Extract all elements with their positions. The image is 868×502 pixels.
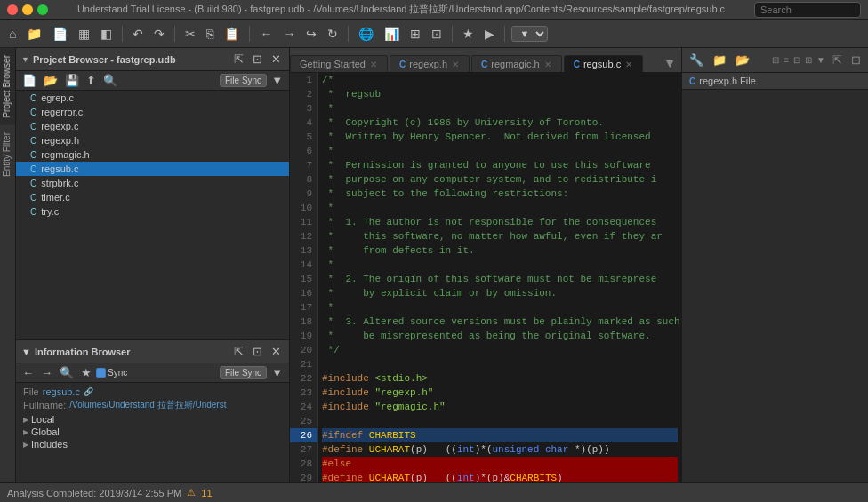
code-line-25: [322, 414, 678, 428]
line-num-17: 17: [290, 300, 317, 315]
file-item-regmagic[interactable]: C regmagic.h: [16, 147, 289, 162]
code-area[interactable]: /* * regsub * * Copyright (c) 1986 by Un…: [318, 73, 681, 482]
ib-section-global[interactable]: ▶ Global: [23, 426, 282, 438]
toolbar-btn-home[interactable]: ⌂: [5, 25, 20, 43]
ib-maximize-btn[interactable]: ⊡: [250, 344, 265, 359]
tab-close-regmagic-h[interactable]: ✕: [543, 60, 552, 69]
maximize-button[interactable]: [37, 4, 48, 15]
toolbar-btn-cut[interactable]: ✂: [181, 25, 199, 43]
ib-collapse-icon[interactable]: ▼: [21, 347, 31, 357]
toolbar-btn-copy[interactable]: ⎘: [203, 25, 217, 43]
file-name: regerror.c: [41, 107, 83, 117]
pb-new-btn[interactable]: 📄: [20, 73, 39, 88]
warning-count[interactable]: 11: [201, 488, 212, 498]
rp-btn-folder[interactable]: 📁: [709, 52, 730, 68]
pb-save-btn[interactable]: 💾: [62, 73, 82, 88]
rp-btn-folder2[interactable]: 📂: [732, 52, 753, 68]
pb-collapse-icon[interactable]: ▼: [21, 55, 29, 64]
tab-regmagic-h[interactable]: C regmagic.h ✕: [471, 55, 562, 72]
pb-up-btn[interactable]: ⬆: [84, 73, 99, 88]
toolbar-btn-web[interactable]: 🌐: [355, 25, 377, 43]
toolbar-btn-window[interactable]: ⊞: [406, 25, 424, 43]
tab-regsub-c[interactable]: C regsub.c ✕: [564, 55, 643, 72]
file-item-regerror[interactable]: C regerror.c: [16, 105, 289, 119]
toolbar-btn-play[interactable]: ▶: [481, 25, 498, 43]
rp-dropdown-btn[interactable]: ▼: [815, 54, 827, 66]
close-button[interactable]: [7, 4, 18, 15]
rp-maximize-btn[interactable]: ⊡: [848, 52, 864, 68]
sync-checkbox[interactable]: [96, 368, 106, 378]
pb-close-btn[interactable]: ✕: [269, 52, 284, 67]
minimize-button[interactable]: [22, 4, 33, 15]
toolbar-btn-forward[interactable]: →: [279, 25, 299, 43]
ib-file-value[interactable]: regsub.c: [43, 386, 80, 397]
rp-view-btn-2[interactable]: ≡: [782, 54, 791, 66]
tab-regexp-h[interactable]: C regexp.h ✕: [390, 55, 470, 72]
tab-close-regsub-c[interactable]: ✕: [624, 60, 633, 69]
ib-undock-btn[interactable]: ⇱: [231, 344, 246, 359]
tab-close-getting-started[interactable]: ✕: [369, 60, 378, 69]
line-num-7: 7: [290, 158, 317, 172]
code-editor[interactable]: 1 2 3 4 5 6 7 8 9 10 11 12 13 14 15 16 1…: [290, 73, 681, 482]
file-item-timer[interactable]: C timer.c: [16, 190, 289, 204]
project-browser: ▼ Project Browser - fastgrep.udb ⇱ ⊡ ✕ 📄…: [16, 48, 289, 340]
ib-section-includes[interactable]: ▶ Includes: [23, 438, 282, 450]
vtab-entity-filter[interactable]: Entity Filter: [0, 125, 15, 184]
pb-menu-btn[interactable]: ▼: [269, 73, 285, 88]
pb-toolbar: 📄 📂 💾 ⬆ 🔍 File Sync ▼: [16, 71, 289, 91]
file-item-try[interactable]: C try.c: [16, 204, 289, 219]
ib-close-btn[interactable]: ✕: [269, 344, 284, 359]
toolbar-btn-undo[interactable]: ↶: [129, 25, 147, 43]
tab-getting-started[interactable]: Getting Started ✕: [290, 55, 388, 72]
pb-maximize-btn[interactable]: ⊡: [250, 52, 265, 67]
window-title: Understand Trial License - (Build 980) -…: [53, 3, 749, 16]
file-icon: C: [30, 164, 36, 174]
toolbar-btn-split[interactable]: ◧: [97, 25, 116, 43]
toolbar-btn-view[interactable]: ▦: [75, 25, 93, 43]
ib-forward-btn[interactable]: →: [38, 365, 55, 380]
toolbar-btn-proj[interactable]: 📁: [23, 25, 45, 43]
tab-close-regexp-h[interactable]: ✕: [451, 60, 460, 69]
toolbar-btn-files[interactable]: 📄: [49, 25, 71, 43]
line-num-19: 19: [290, 329, 317, 343]
ib-filesync-btn[interactable]: File Sync: [220, 366, 267, 379]
toolbar-btn-redo[interactable]: ↷: [150, 25, 168, 43]
file-item-regsub[interactable]: C regsub.c: [16, 162, 289, 176]
rp-view-btn-1[interactable]: ⊞: [770, 54, 781, 66]
pb-undock-btn[interactable]: ⇱: [231, 52, 246, 67]
pb-open-btn[interactable]: 📂: [41, 73, 60, 88]
rp-view-btn-4[interactable]: ⊞: [803, 54, 814, 66]
toolbar-btn-back[interactable]: ←: [256, 25, 276, 43]
ib-menu-btn[interactable]: ▼: [269, 365, 285, 380]
file-item-strpbrk[interactable]: C strpbrk.c: [16, 176, 289, 190]
ib-star-btn[interactable]: ★: [78, 365, 94, 380]
ib-search-btn[interactable]: 🔍: [57, 365, 76, 380]
ib-back-btn[interactable]: ←: [20, 365, 36, 380]
toolbar-btn-paste[interactable]: 📋: [221, 25, 243, 43]
rp-undock-btn[interactable]: ⇱: [829, 52, 846, 68]
rp-view-btn-3[interactable]: ⊟: [792, 54, 802, 66]
code-line-4: * Copyright (c) 1986 by University of To…: [322, 116, 678, 130]
rp-file-label: regexp.h File: [699, 76, 756, 86]
file-item-regexp-c[interactable]: C regexp.c: [16, 119, 289, 133]
toolbar-btn-star[interactable]: ★: [459, 25, 478, 43]
file-icon: C: [30, 108, 36, 117]
ib-section-local[interactable]: ▶ Local: [23, 413, 282, 426]
toolbar-btn-arrange[interactable]: ⊡: [428, 25, 446, 43]
rp-btn-wrench[interactable]: 🔧: [686, 52, 707, 68]
file-item-regexp-h[interactable]: C regexp.h: [16, 133, 289, 147]
left-panel: ▼ Project Browser - fastgrep.udb ⇱ ⊡ ✕ 📄…: [16, 48, 290, 482]
rp-file-c-icon: C: [689, 76, 695, 86]
pb-filesync-btn[interactable]: File Sync: [220, 74, 267, 87]
pb-search-btn[interactable]: 🔍: [100, 73, 120, 88]
toolbar-btn-info[interactable]: 📊: [381, 25, 403, 43]
rp-content[interactable]: [682, 90, 868, 482]
toolbar-dropdown[interactable]: ▼: [511, 26, 548, 42]
file-item-egrep[interactable]: C egrep.c: [16, 91, 289, 105]
search-input[interactable]: [754, 2, 861, 18]
toolbar-btn-callees[interactable]: ↻: [324, 25, 342, 43]
vtab-project-browser[interactable]: Project Browser: [0, 48, 15, 125]
tab-scroll-button[interactable]: ▼: [658, 54, 681, 72]
toolbar-btn-callers[interactable]: ↪: [302, 25, 320, 43]
ib-sync-check[interactable]: Sync: [96, 368, 127, 378]
